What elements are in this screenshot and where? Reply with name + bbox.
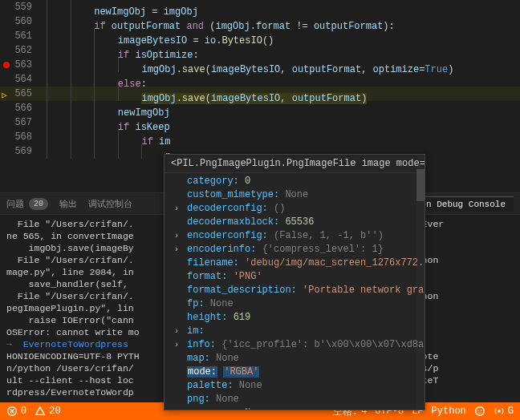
chevron-right-icon[interactable]: › [174,325,179,338]
gutter[interactable]: 563 [0,58,47,72]
status-language[interactable]: Python [432,406,466,417]
breakpoint-icon[interactable] [3,62,10,68]
gutter[interactable]: 559 [0,0,47,14]
gutter[interactable]: 566 [0,101,47,115]
scrollbar-track[interactable] [416,155,425,410]
problems-count-badge: 20 [29,198,48,210]
code-content[interactable]: imgObj.save(imageBytesIO, outputFormat, … [47,58,520,72]
hover-property[interactable]: format_description: 'Portable network gr… [165,284,425,297]
code-line[interactable]: 565▷ imgObj.save(imageBytesIO, outputFor… [0,87,520,101]
code-content[interactable]: imageBytesIO = io.BytesIO() [47,29,520,43]
code-content[interactable]: newImgObj [47,101,520,115]
chevron-right-icon[interactable]: › [174,243,179,256]
hover-property[interactable]: ›decoderconfig: () [165,202,425,216]
code-line[interactable]: 566 newImgObj [0,101,520,115]
code-line[interactable]: 564 else: [0,72,520,87]
gutter[interactable]: 569 [0,144,47,159]
code-content[interactable]: else: [47,72,520,87]
status-go-live-label: G [508,406,514,417]
status-errors-count: 0 [21,406,26,417]
code-content[interactable]: if outputFormat and (imgObj.format != ou… [47,14,520,29]
gutter[interactable]: 561 [0,29,47,43]
hover-property[interactable]: filename: 'debug/img/mac_screen_1276x772… [165,256,425,270]
debug-hover-popup: <PIL.PngImagePlugin.PngImageFile image m… [164,154,425,410]
status-warnings[interactable]: 20 [35,406,60,417]
code-line[interactable]: 567 if isKeep [0,115,520,130]
hover-body[interactable]: category: 0custom_mimetype: None›decoder… [165,173,425,410]
hover-property[interactable]: format: 'PNG' [165,270,425,284]
status-warnings-count: 20 [49,406,60,417]
broadcast-icon [494,406,505,417]
tab-debug-console[interactable]: 调试控制台 [88,198,132,210]
tab-problems-label: 问题 [6,198,24,210]
code-content[interactable]: newImgObj = imgObj [47,0,520,14]
gutter[interactable]: 565▷ [0,87,47,101]
hover-header: <PIL.PngImagePlugin.PngImageFile image m… [165,155,425,173]
error-icon [6,406,18,417]
gutter[interactable]: 560 [0,14,47,29]
svg-point-4 [498,410,501,413]
code-line[interactable]: 568 if im [0,130,520,144]
hover-property[interactable]: pyaccess: None [165,406,425,410]
status-feedback[interactable] [474,406,485,417]
gutter[interactable]: 562 [0,43,47,58]
svg-point-3 [481,410,481,410]
hover-property[interactable]: ›info: {'icc_profile': b'\x00\x00\x07\xd… [165,338,425,352]
code-line[interactable]: 563 imgObj.save(imageBytesIO, outputForm… [0,58,520,72]
hover-property[interactable]: ›encoderinfo: {'compress_level': 1} [165,243,425,256]
code-line[interactable]: 561 imageBytesIO = io.BytesIO() [0,29,520,43]
chevron-right-icon[interactable]: › [174,338,179,352]
hover-property[interactable]: palette: None [165,379,425,393]
hover-property[interactable]: ›im: [165,325,425,338]
scrollbar-thumb[interactable] [416,169,425,201]
hover-property[interactable]: png: None [165,393,425,406]
feedback-icon [474,406,485,417]
code-content[interactable]: imgObj.save(imageBytesIO, outputFormat) [47,87,520,101]
code-content[interactable]: if isKeep [47,115,520,130]
svg-point-2 [477,410,478,410]
chevron-right-icon[interactable]: › [174,229,179,243]
gutter[interactable]: 564 [0,72,47,87]
warning-icon [35,406,46,417]
gutter[interactable]: 568 [0,130,47,144]
code-line[interactable]: 559 newImgObj = imgObj [0,0,520,14]
hover-property[interactable]: category: 0 [165,175,425,188]
chevron-right-icon[interactable]: › [174,202,179,216]
code-line[interactable]: 560 if outputFormat and (imgObj.format !… [0,14,520,29]
code-content[interactable]: if im [47,130,520,144]
tab-problems[interactable]: 问题 20 [6,198,48,210]
hover-property[interactable]: decodermaxblock: 65536 [165,216,425,229]
tab-output[interactable]: 输出 [59,198,77,210]
hover-property[interactable]: mode: 'RGBA' [165,365,425,379]
hover-property[interactable]: height: 619 [165,311,425,325]
gutter[interactable]: 567 [0,115,47,130]
status-errors[interactable]: 0 [6,406,26,417]
hover-property[interactable]: ›encoderconfig: (False, 1, -1, b'') [165,229,425,243]
svg-point-1 [476,407,485,416]
hover-property[interactable]: custom_mimetype: None [165,188,425,202]
hover-property[interactable]: fp: None [165,297,425,311]
code-content[interactable]: if isOptimize: [47,43,520,58]
hover-property[interactable]: map: None [165,352,425,365]
status-go-live[interactable]: G [494,406,514,417]
code-line[interactable]: 562 if isOptimize: [0,43,520,58]
